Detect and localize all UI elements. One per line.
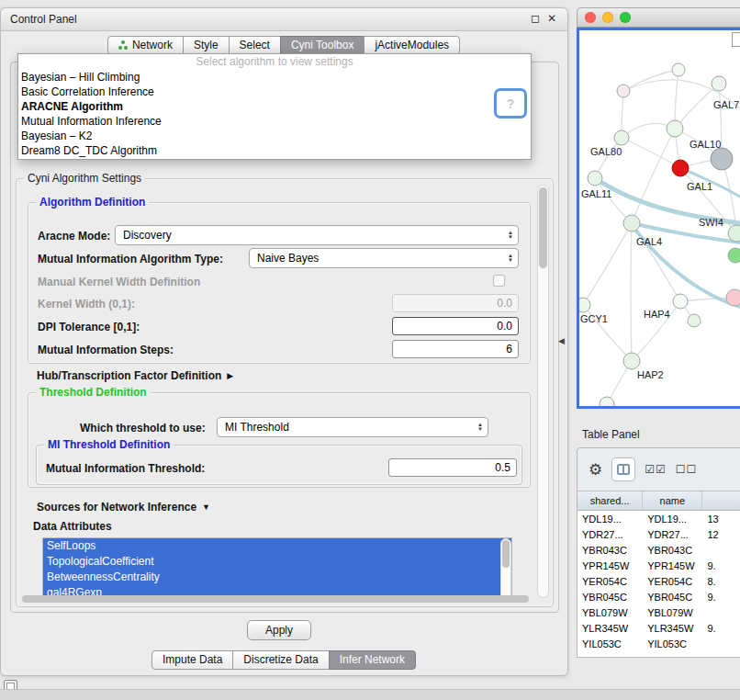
attributes-scrollbar[interactable] — [500, 538, 511, 601]
scrollbar-thumb[interactable] — [502, 540, 510, 568]
mi-threshold-value: 0.5 — [495, 461, 510, 474]
table-row[interactable]: YBL079WYBL079W — [577, 604, 740, 620]
settings-vertical-scrollbar[interactable] — [537, 185, 549, 598]
mi-type-label: Mutual Information Algorithm Type: — [38, 253, 223, 265]
zoom-traffic-light[interactable] — [620, 12, 631, 23]
network-edge[interactable] — [583, 223, 632, 305]
attribute-item-topologicalcoefficient[interactable]: TopologicalCoefficient — [43, 554, 511, 570]
table-row[interactable]: YDR27...YDR27...12 — [577, 526, 740, 542]
network-node-swi4[interactable] — [728, 225, 740, 242]
attribute-item-betweennesscentrality[interactable]: BetweennessCentrality — [43, 570, 511, 585]
table-row[interactable]: YIL053CYIL053C — [577, 636, 740, 651]
network-node[interactable] — [617, 85, 630, 97]
network-node[interactable] — [600, 397, 614, 406]
dpi-tolerance-label: DPI Tolerance [0,1]: — [38, 321, 140, 333]
node-label-gal10: GAL10 — [690, 139, 721, 150]
algorithm-option-basic-correlation-inference[interactable]: Basic Correlation Inference — [18, 85, 531, 99]
network-edge[interactable] — [675, 70, 678, 129]
table-cell: YDL19... — [577, 514, 643, 525]
network-node-gal11[interactable] — [588, 171, 602, 186]
network-node-hap4[interactable] — [688, 314, 701, 327]
tab-network[interactable]: Network — [107, 36, 184, 55]
select-all-icon[interactable]: ☑☑ — [645, 463, 667, 476]
aracne-mode-select[interactable]: Discovery ▲▼ — [115, 225, 519, 245]
table-row[interactable]: YDL19...YDL19...13 — [577, 511, 740, 526]
minimize-traffic-light[interactable] — [602, 12, 613, 23]
help-button[interactable]: ? — [494, 88, 527, 119]
network-node-gal80[interactable] — [614, 130, 629, 145]
tab-impute-data[interactable]: Impute Data — [151, 650, 233, 670]
tab-infer-network[interactable]: Infer Network — [329, 650, 416, 670]
control-panel-window: Control Panel ◻ ✕ NetworkStyleSelectCyni… — [0, 7, 568, 676]
column-header-2[interactable] — [702, 491, 740, 510]
network-node[interactable] — [728, 248, 740, 263]
algorithm-dropdown-popup: Select algorithm to view settings Bayesi… — [17, 53, 532, 160]
algorithm-option-bayesian-hill-climbing[interactable]: Bayesian – Hill Climbing — [18, 70, 531, 85]
table-row[interactable]: YBR043CYBR043C — [577, 542, 740, 558]
birdseye-overlay[interactable] — [732, 32, 740, 47]
attribute-item-selfloops[interactable]: SelfLoops — [43, 538, 511, 554]
network-canvas[interactable]: GAL7GAL80GAL10GAL1GAL11GAL4SWI4GCY1HAP4H… — [577, 28, 740, 409]
network-node-gal1[interactable] — [672, 160, 689, 176]
column-header-shared-[interactable]: shared... — [577, 491, 643, 510]
table-row[interactable]: YER054CYER054C8. — [577, 573, 740, 589]
control-panel-titlebar[interactable]: Control Panel ◻ ✕ — [1, 8, 567, 31]
show-columns-button[interactable] — [611, 457, 635, 481]
network-node-gal10[interactable] — [667, 120, 683, 137]
table-cell: 9. — [702, 623, 740, 634]
dpi-tolerance-field[interactable]: 0.0 — [392, 317, 519, 335]
tab-cyni-toolbox[interactable]: Cyni Toolbox — [280, 36, 364, 55]
group-title: Cyni Algorithm Settings — [24, 172, 145, 185]
scrollbar-thumb[interactable] — [539, 187, 547, 268]
mi-threshold-field[interactable]: 0.5 — [388, 458, 517, 477]
data-attributes-list[interactable]: SelfLoopsTopologicalCoefficientBetweenne… — [42, 537, 512, 602]
network-node-gal4[interactable] — [623, 215, 640, 231]
hub-definition-toggle[interactable]: Hub/Transcription Factor Definition ▶ — [37, 369, 233, 382]
data-attributes-label: Data Attributes — [33, 520, 112, 533]
gear-icon[interactable]: ⚙ — [589, 460, 602, 480]
tab-select[interactable]: Select — [229, 36, 281, 55]
deselect-all-icon[interactable]: ☐☐ — [676, 463, 698, 476]
node-label-swi4: SWI4 — [699, 217, 723, 228]
manual-kernel-checkbox[interactable] — [493, 275, 505, 287]
network-edge[interactable] — [675, 84, 719, 129]
mi-algorithm-type-select[interactable]: Naive Bayes ▲▼ — [249, 248, 519, 268]
table-cell: YIL053C — [643, 638, 702, 649]
kernel-width-field[interactable]: 0.0 — [392, 294, 519, 312]
node-label-gal1: GAL1 — [687, 181, 712, 192]
which-threshold-select[interactable]: MI Threshold ▲▼ — [217, 417, 488, 437]
mi-steps-field[interactable]: 6 — [392, 340, 519, 358]
network-node-gcy1[interactable] — [579, 298, 590, 312]
algorithm-option-dream8-dc-tdc-algorithm[interactable]: Dream8 DC_TDC Algorithm — [18, 143, 531, 158]
table-row[interactable]: YBR045CYBR045C9. — [577, 589, 740, 604]
settings-horizontal-scrollbar[interactable] — [22, 595, 529, 603]
network-node[interactable] — [672, 63, 685, 76]
table-cell: 12 — [702, 529, 740, 540]
table-row[interactable]: YPR145WYPR145W9. — [577, 558, 740, 573]
algorithm-option-bayesian-k2[interactable]: Bayesian – K2 — [18, 129, 531, 143]
network-node[interactable] — [711, 148, 733, 170]
network-node-gal7[interactable] — [712, 76, 726, 91]
close-window-icon[interactable]: ✕ — [547, 12, 556, 25]
network-node[interactable] — [673, 294, 688, 309]
algorithm-option-aracne-algorithm[interactable]: ARACNE Algorithm — [18, 99, 531, 114]
tab-style[interactable]: Style — [183, 36, 230, 55]
table-row[interactable]: YLR345WYLR345W9. — [577, 620, 740, 636]
algorithm-option-mutual-information-inference[interactable]: Mutual Information Inference — [18, 114, 531, 129]
sources-toggle[interactable]: Sources for Network Inference ▼ — [37, 501, 210, 514]
network-edge[interactable] — [631, 223, 632, 361]
network-node[interactable] — [726, 289, 740, 306]
tab-discretize-data[interactable]: Discretize Data — [232, 650, 329, 670]
network-window-titlebar[interactable] — [577, 7, 740, 28]
apply-button[interactable]: Apply — [247, 620, 311, 640]
network-node-hap2[interactable] — [623, 353, 640, 369]
table-cell: YBL079W — [577, 607, 643, 618]
tab-jactivemodules[interactable]: jActiveModules — [364, 36, 460, 55]
splitter-collapse-icon[interactable]: ◀ — [558, 336, 565, 345]
network-edge[interactable] — [622, 138, 680, 168]
column-header-name[interactable]: name — [643, 491, 702, 510]
mi-threshold-definition-group: MI Threshold Definition Mutual Informati… — [36, 445, 522, 485]
table-cell: YDL19... — [643, 514, 702, 525]
float-window-icon[interactable]: ◻ — [531, 12, 540, 25]
close-traffic-light[interactable] — [585, 12, 596, 23]
